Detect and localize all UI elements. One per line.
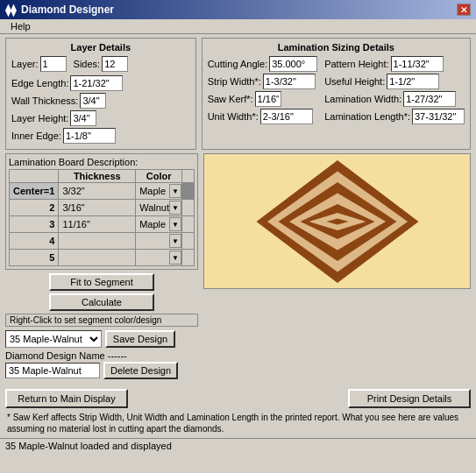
- right-click-label: Right-Click to set segment color/design: [5, 314, 198, 327]
- scrollbar-cell: [182, 233, 195, 250]
- inner-edge-input[interactable]: [63, 128, 116, 144]
- edge-length-input[interactable]: [70, 75, 123, 91]
- board-row-color[interactable]: ▼: [136, 250, 182, 266]
- inner-edge-row: Inner Edge:: [11, 128, 190, 144]
- board-table-row: 3Maple▼: [10, 216, 195, 233]
- fit-to-segment-row: Fit to Segment: [5, 273, 198, 291]
- diamond-svg: [254, 156, 421, 287]
- board-table: Thickness Color Center=1Maple▼2Walnut▼3M…: [9, 169, 195, 266]
- board-row-thickness[interactable]: [59, 233, 136, 250]
- save-design-button[interactable]: Save Design: [105, 330, 175, 348]
- color-dropdown-arrow[interactable]: ▼: [169, 184, 181, 198]
- color-dropdown-arrow[interactable]: ▼: [169, 201, 181, 215]
- calculate-button[interactable]: Calculate: [49, 293, 154, 311]
- close-button[interactable]: ✕: [457, 4, 471, 16]
- board-row-color[interactable]: ▼: [136, 233, 182, 250]
- sides-label: Sides:: [74, 59, 101, 69]
- thickness-input[interactable]: [62, 236, 131, 246]
- inner-edge-label: Inner Edge:: [11, 131, 61, 141]
- lamination-length-input[interactable]: [412, 109, 465, 124]
- design-name-input[interactable]: [5, 363, 100, 378]
- wall-thickness-row: Wall Thickness:: [11, 93, 190, 109]
- color-dropdown-arrow[interactable]: ▼: [169, 217, 181, 231]
- board-row-color[interactable]: Walnut▼: [136, 200, 182, 216]
- main-content: Layer Details Layer: Sides: Edge Length:…: [0, 34, 476, 385]
- board-row-thickness[interactable]: [59, 216, 136, 233]
- color-dropdown-arrow[interactable]: ▼: [169, 251, 181, 265]
- color-text: Walnut: [139, 202, 169, 213]
- layer-height-input[interactable]: [70, 110, 96, 126]
- board-table-row: 4▼: [10, 233, 195, 250]
- board-table-row: 2Walnut▼: [10, 200, 195, 216]
- wall-thickness-label: Wall Thickness:: [11, 95, 78, 106]
- color-text: Maple: [139, 186, 166, 196]
- print-design-button[interactable]: Print Design Details: [348, 389, 471, 408]
- lamination-board-panel: Lamination Board Description: Thickness …: [5, 153, 198, 270]
- pattern-height-row: Pattern Height:: [324, 56, 465, 72]
- design-name-section: Diamond Design Name ------ Delete Design: [5, 350, 198, 379]
- board-row-thickness[interactable]: [59, 250, 136, 266]
- lamination-sizing-title: Lamination Sizing Details: [208, 42, 465, 53]
- layer-input[interactable]: [40, 56, 67, 72]
- app-icon: ⧫⧫: [5, 4, 16, 17]
- cutting-angle-label: Cutting Angle:: [208, 59, 268, 69]
- col-header-thickness: Thickness: [59, 170, 136, 183]
- color-dropdown-arrow[interactable]: ▼: [169, 234, 181, 248]
- design-section: 35 Maple-Walnut Save Design: [5, 330, 198, 348]
- board-row-label: 5: [10, 250, 59, 266]
- unit-width-input[interactable]: [260, 109, 313, 124]
- left-panel: Lamination Board Description: Thickness …: [5, 153, 198, 382]
- useful-height-input[interactable]: [387, 74, 439, 89]
- fit-to-segment-button[interactable]: Fit to Segment: [49, 273, 154, 291]
- strip-width-input[interactable]: [263, 74, 316, 89]
- board-row-color[interactable]: Maple▼: [136, 216, 182, 233]
- lamination-length-label: Lamination Length*:: [324, 111, 410, 122]
- title-bar: ⧫⧫ Diamond Designer ✕: [0, 0, 476, 19]
- layer-height-label: Layer Height:: [11, 113, 68, 124]
- menu-help[interactable]: Help: [5, 19, 36, 33]
- design-dropdown[interactable]: 35 Maple-Walnut: [5, 330, 102, 348]
- thickness-input[interactable]: [62, 219, 131, 229]
- action-row: Return to Main Display Print Design Deta…: [5, 389, 471, 408]
- board-row-thickness[interactable]: [59, 183, 136, 200]
- unit-width-row: Unit Width*:: [208, 109, 318, 124]
- strip-width-row: Strip Width*:: [208, 74, 318, 89]
- calculate-row: Calculate: [5, 293, 198, 311]
- delete-design-button[interactable]: Delete Design: [103, 362, 178, 379]
- layer-details-title: Layer Details: [11, 42, 190, 53]
- note-text: * Saw Kerf affects Strip Width, Unit Wid…: [5, 412, 471, 434]
- scrollbar-cell: [182, 216, 195, 233]
- bottom-section: Lamination Board Description: Thickness …: [5, 153, 471, 382]
- layer-details-panel: Layer Details Layer: Sides: Edge Length:…: [5, 38, 196, 150]
- top-section: Layer Details Layer: Sides: Edge Length:…: [5, 38, 471, 150]
- thickness-input[interactable]: [62, 186, 131, 196]
- design-name-label: Diamond Design Name ------: [5, 350, 198, 361]
- edge-length-row: Edge Length:: [11, 75, 190, 91]
- board-table-row: 5▼: [10, 250, 195, 266]
- edge-length-label: Edge Length:: [11, 78, 68, 88]
- scrollbar-cell: [182, 250, 195, 266]
- sides-input[interactable]: [102, 56, 128, 72]
- lamination-width-input[interactable]: [403, 91, 456, 107]
- strip-width-label: Strip Width*:: [208, 76, 261, 87]
- window-title: Diamond Designer: [21, 4, 114, 16]
- saw-kerf-input[interactable]: [255, 91, 281, 107]
- board-row-color[interactable]: Maple▼: [136, 183, 182, 200]
- return-main-button[interactable]: Return to Main Display: [5, 389, 128, 408]
- thickness-input[interactable]: [62, 252, 131, 263]
- lamination-width-label: Lamination Width:: [324, 94, 401, 104]
- layer-label: Layer:: [11, 59, 39, 69]
- thickness-input[interactable]: [62, 202, 131, 213]
- wall-thickness-input[interactable]: [80, 93, 106, 109]
- cutting-angle-input[interactable]: [269, 56, 317, 72]
- pattern-height-input[interactable]: [391, 56, 444, 72]
- layer-height-row: Layer Height:: [11, 110, 190, 126]
- lamination-length-row: Lamination Length*:: [324, 109, 465, 124]
- board-table-row: Center=1Maple▼: [10, 183, 195, 200]
- useful-height-label: Useful Height:: [324, 76, 385, 87]
- board-row-thickness[interactable]: [59, 200, 136, 216]
- board-row-label: 3: [10, 216, 59, 233]
- col-header-label: [10, 170, 59, 183]
- lower-section: Return to Main Display Print Design Deta…: [0, 385, 476, 438]
- pattern-height-label: Pattern Height:: [324, 59, 388, 69]
